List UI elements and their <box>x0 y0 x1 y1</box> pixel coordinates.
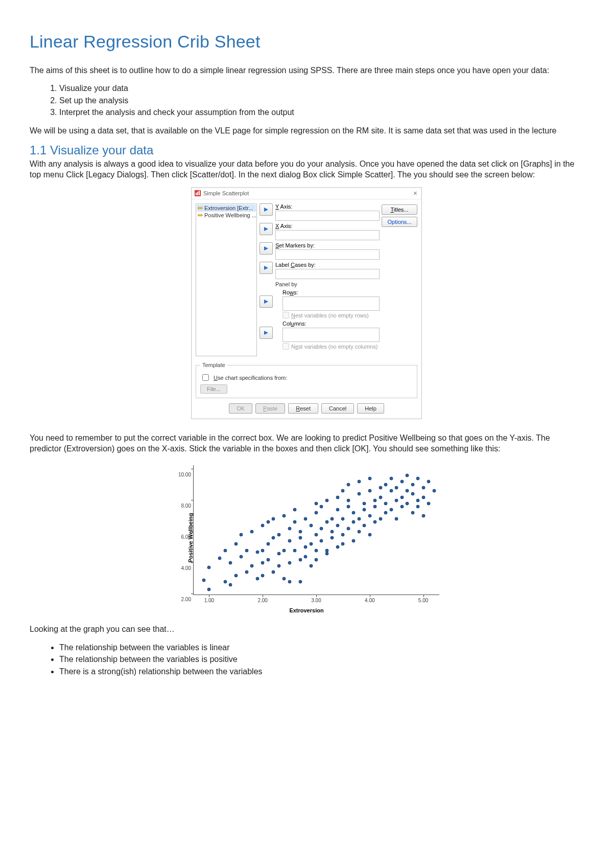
data-point <box>373 498 377 502</box>
simple-scatterplot-dialog[interactable]: Simple Scatterplot × Extroversion [Extr.… <box>191 187 422 419</box>
dialog-title: Simple Scatterplot <box>203 190 249 196</box>
x-axis-title: Extroversion <box>289 607 323 613</box>
data-point <box>266 542 270 546</box>
scale-icon <box>198 213 203 218</box>
reset-button[interactable]: Reset <box>288 403 318 414</box>
data-point <box>341 517 345 521</box>
data-point <box>272 517 275 521</box>
data-point <box>272 536 275 540</box>
underline-char: N <box>291 312 295 318</box>
move-to-rows-button[interactable] <box>260 295 273 308</box>
data-point <box>304 555 308 558</box>
titles-button[interactable]: Titles... <box>382 204 417 215</box>
options-button[interactable]: Options... <box>382 217 417 227</box>
observation-item: The relationship between the variables i… <box>59 642 583 653</box>
data-point <box>207 566 211 569</box>
data-point <box>336 495 339 499</box>
panel-rows-field[interactable] <box>282 296 380 311</box>
data-point <box>336 508 339 512</box>
ok-button[interactable]: OK <box>229 403 252 414</box>
data-point <box>357 479 361 483</box>
data-point <box>207 588 211 591</box>
data-point <box>288 539 291 543</box>
paste-button[interactable]: Paste <box>255 403 285 414</box>
intro-paragraph: The aims of this sheet is to outline how… <box>30 65 583 76</box>
y-axis-field[interactable] <box>275 211 380 221</box>
label-rest: s: <box>294 289 298 295</box>
variable-list[interactable]: Extroversion [Extr... Positive Wellbeing… <box>196 203 257 356</box>
close-icon[interactable]: × <box>413 190 417 197</box>
y-tick-label: 6.00 <box>177 534 191 539</box>
data-point <box>315 533 318 536</box>
data-point <box>250 530 254 533</box>
data-point <box>384 483 388 487</box>
label-rest: et Markers by: <box>279 242 315 248</box>
move-to-y-axis-button[interactable] <box>260 203 273 216</box>
set-markers-field[interactable] <box>275 249 380 260</box>
move-to-columns-button[interactable] <box>260 327 273 339</box>
data-point <box>266 558 270 561</box>
x-tick-mark <box>316 595 317 597</box>
checkbox-icon[interactable] <box>282 343 289 350</box>
data-point <box>266 520 270 524</box>
y-tick-mark <box>191 469 193 469</box>
data-point <box>416 476 420 480</box>
y-tick-label: 10.00 <box>177 471 191 477</box>
data-point <box>304 545 308 549</box>
step-item: Set up the analysis <box>59 95 583 106</box>
data-point <box>320 505 323 508</box>
data-point <box>395 486 398 490</box>
move-to-markers-button[interactable] <box>260 242 273 255</box>
data-point <box>379 486 382 490</box>
move-to-cases-button[interactable] <box>260 262 273 274</box>
data-point <box>282 514 286 518</box>
data-point <box>432 489 436 493</box>
svg-rect-9 <box>198 214 199 217</box>
dialog-titlebar[interactable]: Simple Scatterplot × <box>192 188 421 199</box>
x-tick-label: 2.00 <box>257 598 267 603</box>
data-point <box>240 533 243 536</box>
observations-list: The relationship between the variables i… <box>50 642 583 677</box>
file-button[interactable]: File... <box>200 384 227 394</box>
panel-columns-field[interactable] <box>282 328 380 342</box>
variable-item[interactable]: Positive Wellbeing ... <box>197 212 256 219</box>
data-point <box>298 530 302 533</box>
y-tick-label: 4.00 <box>177 565 191 571</box>
variable-item[interactable]: Extroversion [Extr... <box>197 204 256 212</box>
data-point <box>363 508 366 512</box>
vle-paragraph: We will be using a data set, that is ava… <box>30 125 583 136</box>
y-tick-mark <box>191 500 193 500</box>
app-icon <box>195 190 201 196</box>
move-to-x-axis-button[interactable] <box>260 223 273 235</box>
data-point <box>288 561 291 565</box>
data-point <box>320 539 323 543</box>
x-tick-label: 4.00 <box>365 598 374 603</box>
btn-rest: eset <box>300 405 311 412</box>
label-rest: ases by: <box>295 262 316 268</box>
nest-columns-checkbox[interactable]: Nest variables (no empty columns) <box>282 343 380 350</box>
data-point <box>368 489 371 493</box>
data-point <box>309 564 313 568</box>
data-point <box>406 489 409 493</box>
cancel-button[interactable]: Cancel <box>321 403 354 414</box>
data-point <box>261 561 265 565</box>
x-tick-mark <box>263 595 263 597</box>
after-dialog-paragraph: You need to remember to put the correct … <box>30 432 583 454</box>
data-point <box>395 498 398 502</box>
help-button[interactable]: Help <box>357 403 384 414</box>
data-point <box>331 530 334 533</box>
checkbox-icon[interactable] <box>282 312 289 318</box>
data-point <box>368 514 371 518</box>
x-tick-label: 5.00 <box>418 598 428 603</box>
x-axis-field[interactable] <box>275 230 380 240</box>
data-point <box>331 517 334 521</box>
use-chart-spec-checkbox[interactable]: Use chart specifications from: <box>200 373 413 382</box>
data-point <box>363 523 366 527</box>
checkbox-icon[interactable] <box>202 374 209 381</box>
data-point <box>229 561 232 565</box>
label-cases-field[interactable] <box>275 269 380 279</box>
data-point <box>421 514 425 518</box>
nest-rows-checkbox[interactable]: Nest variables (no empty rows) <box>282 312 380 318</box>
data-point <box>389 508 393 512</box>
data-point <box>379 517 382 521</box>
